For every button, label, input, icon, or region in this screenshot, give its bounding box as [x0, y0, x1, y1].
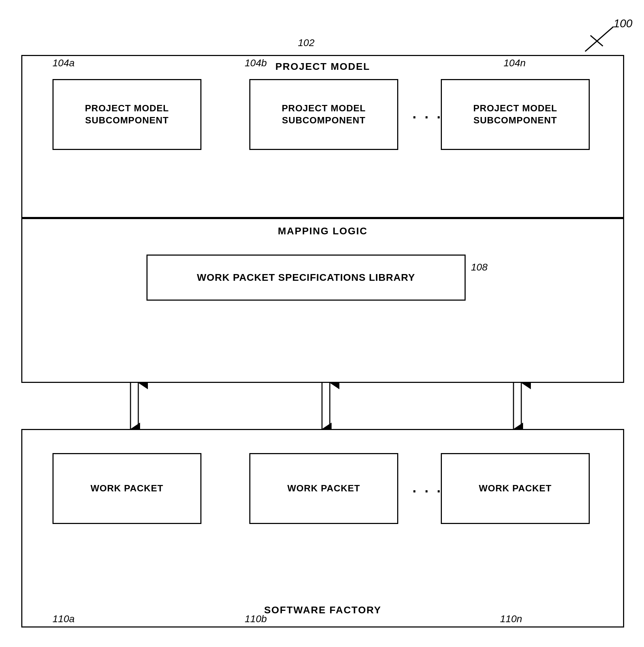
subcomponent-a-label: PROJECT MODEL SUBCOMPONENT — [54, 102, 200, 127]
dots-separator-bottom: . . . — [412, 480, 443, 496]
ref-110b: 110b — [245, 613, 267, 625]
diagram: 100 102 PROJECT MODEL PROJECT MODEL SUBC… — [0, 0, 644, 647]
subcomponent-b-box: PROJECT MODEL SUBCOMPONENT — [249, 79, 398, 150]
project-model-region: PROJECT MODEL PROJECT MODEL SUBCOMPONENT… — [21, 55, 624, 218]
subcomponent-b-label: PROJECT MODEL SUBCOMPONENT — [250, 102, 397, 127]
dots-separator-top: . . . — [412, 106, 443, 122]
ref-110a: 110a — [52, 613, 74, 625]
software-factory-label: SOFTWARE FACTORY — [264, 604, 382, 616]
subcomponent-a-box: PROJECT MODEL SUBCOMPONENT — [52, 79, 201, 150]
ref-110n: 110n — [500, 613, 522, 625]
work-packet-a-box: WORK PACKET — [52, 453, 201, 524]
work-packet-b-box: WORK PACKET — [249, 453, 398, 524]
work-packet-a-label: WORK PACKET — [54, 483, 200, 495]
svg-line-16 — [585, 27, 614, 51]
subcomponent-n-box: PROJECT MODEL SUBCOMPONENT — [441, 79, 590, 150]
ref-104n: 104n — [504, 57, 526, 69]
ref-104a: 104a — [52, 57, 74, 69]
work-packet-n-label: WORK PACKET — [442, 483, 589, 495]
subcomponent-n-label: PROJECT MODEL SUBCOMPONENT — [442, 102, 589, 127]
ref-102: 102 — [298, 37, 315, 49]
project-model-label: PROJECT MODEL — [275, 61, 370, 72]
work-packet-b-label: WORK PACKET — [250, 483, 397, 495]
mapping-logic-region: MAPPING LOGIC WORK PACKET SPECIFICATIONS… — [21, 218, 624, 383]
work-packet-n-box: WORK PACKET — [441, 453, 590, 524]
wp-spec-library-box: WORK PACKET SPECIFICATIONS LIBRARY — [146, 255, 466, 301]
software-factory-region: SOFTWARE FACTORY WORK PACKET WORK PACKET… — [21, 429, 624, 628]
svg-line-17 — [590, 35, 603, 46]
ref-108: 108 — [471, 262, 488, 273]
ref-100: 100 — [614, 17, 632, 30]
wp-spec-library-label: WORK PACKET SPECIFICATIONS LIBRARY — [148, 271, 465, 284]
ref-104b: 104b — [245, 57, 267, 69]
mapping-logic-label: MAPPING LOGIC — [278, 225, 367, 237]
